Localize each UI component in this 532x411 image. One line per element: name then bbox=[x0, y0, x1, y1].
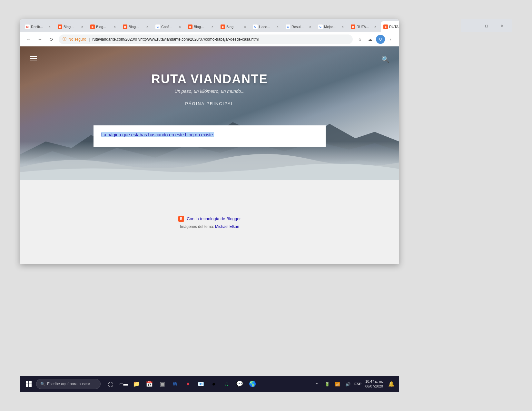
tab-label-8: Resul... bbox=[291, 25, 306, 29]
site-hero: 🔍 RUTA VIANDANTE Un paso, un kilómetro, … bbox=[20, 46, 399, 180]
hero-dunes bbox=[20, 142, 399, 180]
tab-8[interactable]: GResul...× bbox=[283, 21, 315, 32]
forward-button[interactable]: → bbox=[35, 35, 44, 44]
tab-3[interactable]: BBlog...× bbox=[120, 21, 153, 32]
taskbar-spotify[interactable]: ♫ bbox=[221, 378, 233, 390]
tab-close-9[interactable]: × bbox=[340, 24, 345, 29]
close-button[interactable]: ✕ bbox=[495, 21, 509, 31]
taskbar-calc[interactable]: ▣ bbox=[156, 378, 168, 390]
tab-favicon-4: G bbox=[155, 24, 160, 29]
tray-volume[interactable]: 🔊 bbox=[343, 378, 352, 390]
maximize-button[interactable]: ◻ bbox=[479, 21, 494, 31]
tab-5[interactable]: BBlog...× bbox=[185, 21, 218, 32]
taskbar-search-text: Escribe aquí para buscar bbox=[47, 382, 90, 386]
site-footer: B Con la tecnología de Blogger Imágenes … bbox=[20, 180, 399, 264]
tab-9[interactable]: GMejor...× bbox=[316, 21, 348, 32]
browser-content: 🔍 RUTA VIANDANTE Un paso, un kilómetro, … bbox=[20, 46, 399, 264]
tab-favicon-6: B bbox=[221, 24, 225, 29]
hamburger-menu[interactable] bbox=[30, 56, 37, 61]
tab-favicon-11: B bbox=[383, 24, 388, 29]
taskbar-calendar[interactable]: 📅 bbox=[143, 378, 155, 390]
taskbar-cortana[interactable]: ◯ bbox=[104, 378, 117, 390]
tab-label-2: Blog... bbox=[96, 25, 111, 29]
site-nav-label[interactable]: PÁGINA PRINCIPAL bbox=[185, 101, 234, 106]
footer-images-credit: Imágenes del tema: Michael Elkan bbox=[180, 224, 239, 229]
tab-close-7[interactable]: × bbox=[275, 24, 280, 29]
browser-window: MRecib...×BBlog...×BBlog...×BBlog...×GCo… bbox=[20, 19, 399, 264]
tab-favicon-2: B bbox=[90, 24, 95, 29]
search-icon: 🔍 bbox=[40, 382, 45, 386]
tab-close-4[interactable]: × bbox=[177, 24, 182, 29]
tab-0[interactable]: MRecib...× bbox=[23, 21, 55, 32]
tab-4[interactable]: GConfi...× bbox=[153, 21, 185, 32]
blogger-icon: B bbox=[178, 216, 184, 222]
error-message: La página que estabas buscando en este b… bbox=[101, 132, 214, 137]
tab-1[interactable]: BBlog...× bbox=[55, 21, 87, 32]
site-nav[interactable]: PÁGINA PRINCIPAL bbox=[20, 101, 399, 106]
tray-battery[interactable]: 🔋 bbox=[323, 378, 332, 390]
site-subtitle: Un paso, un kilómetro, un mundo... bbox=[20, 89, 399, 94]
blogger-link[interactable]: B Con la tecnología de Blogger bbox=[178, 216, 241, 222]
tab-close-3[interactable]: × bbox=[145, 24, 150, 29]
menu-button[interactable]: ⋮ bbox=[386, 35, 395, 44]
url-text: rutaviandante.com/2020/07/http/www.rutav… bbox=[93, 37, 349, 42]
tray-language[interactable]: ESP bbox=[354, 382, 362, 386]
tray-network[interactable]: 📶 bbox=[333, 378, 342, 390]
error-box: La página que estabas buscando en este b… bbox=[94, 125, 326, 147]
clock[interactable]: 10:47 p. m. 06/07/2020 bbox=[363, 379, 385, 389]
address-actions: ☆ ☁ U ⋮ bbox=[355, 35, 395, 44]
tray-chevron[interactable]: ^ bbox=[312, 378, 321, 390]
taskbar-whatsapp[interactable]: 💬 bbox=[233, 378, 246, 390]
tab-6[interactable]: BBlog...× bbox=[218, 21, 250, 32]
start-button[interactable] bbox=[23, 378, 35, 390]
security-icon: ⓘ bbox=[63, 36, 66, 42]
taskbar-tray: ^ 🔋 📶 🔊 ESP 10:47 p. m. 06/07/2020 🔔 bbox=[312, 378, 397, 390]
taskbar-word[interactable]: W bbox=[169, 378, 181, 390]
tab-favicon-9: G bbox=[318, 24, 323, 29]
minimize-button[interactable]: — bbox=[464, 21, 478, 31]
extension-button[interactable]: ☁ bbox=[366, 35, 375, 44]
taskbar-app1[interactable]: ■ bbox=[182, 378, 194, 390]
tab-close-0[interactable]: × bbox=[47, 24, 52, 29]
profile-button[interactable]: U bbox=[376, 35, 385, 44]
address-bar: ← → ⟳ ⓘ No seguro | rutaviandante.com/20… bbox=[20, 32, 399, 46]
tab-11[interactable]: BRUTA...× bbox=[381, 21, 399, 32]
taskbar-task-view[interactable]: ▭▬ bbox=[117, 378, 130, 390]
clock-date: 06/07/2020 bbox=[365, 384, 383, 389]
taskbar-explorer[interactable]: 📁 bbox=[130, 378, 143, 390]
tab-close-8[interactable]: × bbox=[308, 24, 313, 29]
tab-favicon-7: G bbox=[253, 24, 258, 29]
tab-close-6[interactable]: × bbox=[242, 24, 248, 29]
taskbar-chrome[interactable]: ● bbox=[208, 378, 220, 390]
tab-label-3: Blog... bbox=[129, 25, 143, 29]
reload-button[interactable]: ⟳ bbox=[47, 35, 56, 44]
tab-close-5[interactable]: × bbox=[210, 24, 215, 29]
tab-close-10[interactable]: × bbox=[373, 24, 378, 29]
blogger-text[interactable]: Con la tecnología de Blogger bbox=[187, 216, 241, 221]
taskbar-search[interactable]: 🔍 Escribe aquí para buscar bbox=[36, 379, 101, 389]
taskbar-icons: ◯ ▭▬ 📁 📅 ▣ W ■ 📧 ● ♫ 💬 🌎 bbox=[104, 378, 259, 390]
tab-label-10: RUTA... bbox=[357, 25, 371, 29]
tab-favicon-10: B bbox=[351, 24, 355, 29]
tab-2[interactable]: BBlog...× bbox=[88, 21, 120, 32]
back-button[interactable]: ← bbox=[24, 35, 33, 44]
tab-close-2[interactable]: × bbox=[112, 24, 117, 29]
taskbar-app2[interactable]: 🌎 bbox=[246, 378, 259, 390]
taskbar-outlook[interactable]: 📧 bbox=[195, 378, 207, 390]
tab-label-5: Blog... bbox=[194, 25, 209, 29]
security-label: No seguro bbox=[68, 37, 86, 42]
clock-time: 10:47 p. m. bbox=[365, 379, 383, 384]
site-search-icon[interactable]: 🔍 bbox=[381, 55, 389, 63]
footer-author-link[interactable]: Michael Elkan bbox=[215, 224, 239, 229]
tab-favicon-1: B bbox=[58, 24, 62, 29]
tray-notification[interactable]: 🔔 bbox=[386, 378, 397, 390]
url-bar[interactable]: ⓘ No seguro | rutaviandante.com/2020/07/… bbox=[59, 34, 353, 44]
svg-rect-5 bbox=[26, 384, 28, 387]
site-title: RUTA VIANDANTE bbox=[20, 72, 399, 86]
tab-7[interactable]: GHace...× bbox=[251, 21, 283, 32]
bookmark-button[interactable]: ☆ bbox=[355, 35, 364, 44]
tab-close-1[interactable]: × bbox=[80, 24, 85, 29]
svg-rect-3 bbox=[26, 381, 28, 384]
ham-line-2 bbox=[30, 58, 37, 59]
tab-10[interactable]: BRUTA...× bbox=[348, 21, 380, 32]
